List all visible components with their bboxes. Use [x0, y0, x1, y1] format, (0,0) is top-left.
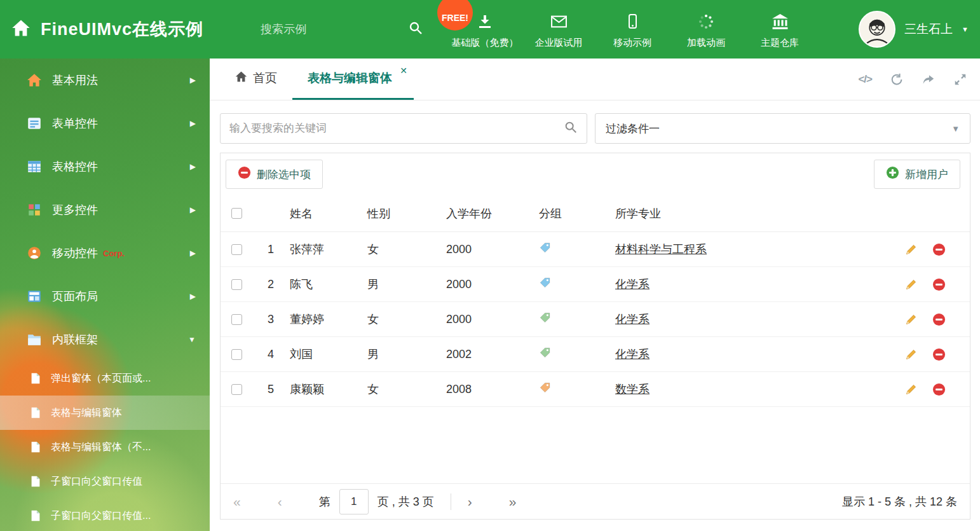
tab-bar: 首页 表格与编辑窗体 ✕ </>	[210, 59, 980, 100]
sidebar-subitem-child-to-parent-2[interactable]: 子窗口向父窗口传值...	[0, 499, 210, 531]
delete-minus-icon[interactable]	[932, 278, 946, 291]
first-page-button[interactable]: «	[233, 494, 241, 509]
row-checkbox[interactable]	[231, 279, 242, 290]
tag-icon	[539, 279, 551, 291]
edit-pencil-icon[interactable]	[905, 383, 917, 396]
refresh-icon[interactable]	[890, 72, 904, 86]
filter-dropdown[interactable]: 过滤条件一 ▼	[595, 113, 970, 144]
delete-minus-icon[interactable]	[932, 383, 946, 396]
expand-icon[interactable]	[953, 72, 967, 86]
row-number: 1	[252, 243, 280, 256]
major-link[interactable]: 材料科学与工程系	[615, 243, 707, 256]
cell-name: 刘国	[280, 347, 358, 362]
pagination-bar: « ‹ 第 页 , 共 3 页 › » 显示 1 - 5 条 , 共 12 条	[221, 483, 970, 519]
sidebar-item-grid-controls[interactable]: 表格控件 ▶	[0, 145, 210, 188]
app-header: FineUIMvc在线示例 FREE! 基础版（免费） 企业版试用 移动示例	[0, 0, 980, 59]
cell-gender: 男	[358, 347, 437, 362]
delete-minus-icon[interactable]	[932, 313, 946, 326]
nav-loading-anim[interactable]: 加载动画	[669, 10, 743, 49]
chevron-down-icon: ▼	[188, 335, 196, 344]
file-icon	[29, 475, 42, 488]
filter-row: 过滤条件一 ▼	[220, 113, 970, 144]
tab-grid-edit-window[interactable]: 表格与编辑窗体 ✕	[292, 59, 414, 100]
sidebar-subitem-grid-edit-window-2[interactable]: 表格与编辑窗体（不...	[0, 430, 210, 464]
cubes-icon	[27, 202, 42, 217]
header-search[interactable]	[261, 20, 404, 38]
delete-selected-button[interactable]: 删除选中项	[226, 160, 323, 189]
search-icon[interactable]	[408, 20, 423, 38]
nav-mobile-demo[interactable]: 移动示例	[595, 10, 669, 49]
major-link[interactable]: 化学系	[615, 313, 650, 326]
sidebar-item-form-controls[interactable]: 表单控件 ▶	[0, 102, 210, 145]
row-number: 4	[252, 348, 280, 361]
file-icon	[29, 406, 42, 419]
share-forward-icon[interactable]	[922, 72, 936, 86]
content-area: 过滤条件一 ▼ 删除选中项 新增用户	[210, 100, 980, 520]
nav-label: 移动示例	[613, 37, 651, 49]
search-icon[interactable]	[564, 120, 578, 137]
add-user-button[interactable]: 新增用户	[874, 160, 960, 189]
edit-pencil-icon[interactable]	[905, 314, 917, 326]
user-menu[interactable]: 三生石上 ▼	[859, 0, 969, 59]
tab-home[interactable]: 首页	[220, 59, 292, 100]
row-checkbox[interactable]	[231, 349, 242, 360]
chevron-right-icon: ▶	[190, 162, 196, 171]
chevron-right-icon: ▶	[190, 119, 196, 128]
row-checkbox[interactable]	[231, 314, 242, 325]
prev-page-button[interactable]: ‹	[278, 494, 282, 509]
edit-pencil-icon[interactable]	[905, 279, 917, 291]
row-checkbox[interactable]	[231, 384, 242, 395]
sidebar-item-basic-usage[interactable]: 基本用法 ▶	[0, 59, 210, 102]
nav-enterprise-trial[interactable]: 企业版试用	[522, 10, 595, 49]
sidebar-subitem-grid-edit-window[interactable]: 表格与编辑窗体	[0, 396, 210, 430]
sidebar-item-mobile-controls[interactable]: 移动控件 Corp. ▶	[0, 231, 210, 275]
keyword-search-input[interactable]	[229, 122, 564, 135]
chevron-right-icon: ▶	[190, 76, 196, 85]
last-page-button[interactable]: »	[509, 494, 517, 509]
grid-toolbar: 删除选中项 新增用户	[221, 153, 970, 195]
chevron-right-icon: ▶	[190, 292, 196, 301]
tab-toolbar: </>	[858, 59, 967, 100]
major-link[interactable]: 化学系	[615, 278, 650, 291]
cell-gender: 女	[358, 382, 437, 397]
filter-dropdown-value: 过滤条件一	[606, 121, 660, 136]
source-code-icon[interactable]: </>	[858, 73, 872, 86]
edit-pencil-icon[interactable]	[905, 244, 917, 256]
plus-circle-icon	[886, 166, 899, 183]
header-search-input[interactable]	[261, 23, 408, 36]
next-page-button[interactable]: ›	[468, 494, 472, 509]
sidebar-item-label: 移动控件	[52, 245, 98, 261]
major-link[interactable]: 化学系	[615, 348, 650, 361]
cell-year: 2000	[437, 243, 529, 256]
major-link[interactable]: 数学系	[615, 383, 650, 396]
row-checkbox[interactable]	[231, 244, 242, 255]
keyword-search-box[interactable]	[220, 113, 587, 144]
delete-minus-icon[interactable]	[932, 348, 946, 361]
sidebar-subitem-label: 子窗口向父窗口传值	[51, 475, 142, 488]
cell-name: 陈飞	[280, 277, 358, 292]
nav-theme-repo[interactable]: 主题仓库	[743, 10, 817, 49]
form-icon	[27, 116, 42, 131]
house-icon	[27, 72, 42, 88]
sidebar-subitem-child-to-parent[interactable]: 子窗口向父窗口传值	[0, 464, 210, 499]
download-icon	[477, 13, 493, 32]
close-icon[interactable]: ✕	[400, 66, 407, 76]
cell-name: 董婷婷	[280, 312, 358, 327]
sidebar-item-iframe[interactable]: 内联框架 ▼	[0, 318, 210, 361]
select-all-checkbox[interactable]	[231, 208, 242, 219]
record-count-summary: 显示 1 - 5 条 , 共 12 条	[842, 494, 957, 509]
sidebar-subitem-popup-window[interactable]: 弹出窗体（本页面或...	[0, 361, 210, 396]
page-number-input[interactable]	[339, 489, 369, 514]
edit-pencil-icon[interactable]	[905, 348, 917, 361]
delete-minus-icon[interactable]	[932, 243, 946, 256]
sidebar-item-label: 表格控件	[52, 159, 98, 174]
sidebar-item-more-controls[interactable]: 更多控件 ▶	[0, 188, 210, 231]
chevron-right-icon: ▶	[190, 205, 196, 214]
sidebar-item-label: 基本用法	[52, 72, 98, 88]
delete-selected-label: 删除选中项	[257, 167, 311, 182]
file-icon	[29, 441, 42, 453]
row-number: 2	[252, 278, 280, 291]
cell-year: 2008	[437, 383, 529, 396]
brand[interactable]: FineUIMvc在线示例	[0, 18, 261, 41]
sidebar-item-page-layout[interactable]: 页面布局 ▶	[0, 275, 210, 318]
